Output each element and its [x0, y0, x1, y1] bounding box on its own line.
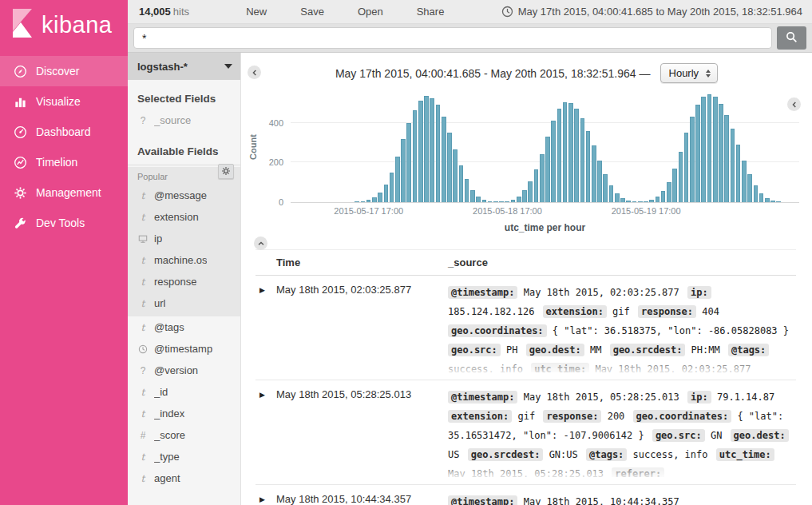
histogram-bar[interactable] [573, 91, 579, 202]
search-input[interactable] [133, 27, 772, 49]
search-button[interactable] [777, 26, 806, 50]
field-item-ip[interactable]: ip [128, 228, 240, 249]
histogram-bar[interactable] [545, 91, 550, 202]
histogram-bar[interactable] [446, 91, 452, 202]
menu-item-save[interactable]: Save [300, 6, 324, 18]
field-item-extension[interactable]: textension [128, 206, 240, 228]
histogram-bar[interactable] [521, 91, 527, 202]
field-item--type[interactable]: t_type [128, 446, 240, 467]
histogram-bar[interactable] [441, 91, 446, 202]
histogram-bar[interactable] [620, 91, 625, 202]
histogram-bar[interactable] [660, 91, 666, 202]
menu-item-new[interactable]: New [246, 6, 267, 18]
histogram-bar[interactable] [666, 91, 671, 202]
field-item--index[interactable]: t_index [128, 403, 240, 424]
histogram-bar[interactable] [430, 91, 435, 202]
histogram-bar[interactable] [378, 91, 383, 202]
histogram-bar[interactable] [718, 91, 723, 202]
field-item--score[interactable]: #_score [128, 424, 240, 446]
histogram-bar[interactable] [481, 91, 487, 202]
histogram-bar[interactable] [701, 91, 707, 202]
histogram-bar[interactable] [476, 91, 481, 202]
time-column-header[interactable]: Time [276, 256, 448, 268]
nav-item-timelion[interactable]: Timelion [0, 147, 128, 177]
field-item--tags[interactable]: t@tags [128, 316, 240, 338]
expand-caret[interactable]: ▶ [255, 492, 276, 503]
histogram-bar[interactable] [591, 91, 596, 202]
histogram-bar[interactable] [366, 91, 371, 202]
histogram-bar[interactable] [505, 91, 510, 202]
time-picker[interactable]: May 17th 2015, 04:00:41.685 to May 20th … [501, 6, 802, 18]
nav-item-dashboard[interactable]: Dashboard [0, 117, 128, 147]
histogram-bar[interactable] [649, 91, 655, 202]
nav-item-visualize[interactable]: Visualize [0, 86, 128, 117]
histogram-bar[interactable] [603, 91, 608, 202]
field-item--source[interactable]: ?_source [128, 109, 240, 131]
histogram-bar[interactable] [371, 91, 377, 202]
histogram-bar[interactable] [759, 91, 764, 202]
nav-item-discover[interactable]: Discover [0, 56, 128, 86]
histogram-bar[interactable] [671, 91, 677, 202]
field-item-machine-os[interactable]: tmachine.os [128, 249, 240, 271]
field-item-response[interactable]: tresponse [128, 271, 240, 292]
histogram-bar[interactable] [551, 91, 557, 202]
expand-caret[interactable]: ▶ [255, 283, 276, 294]
histogram-bar[interactable] [412, 91, 418, 202]
index-pattern-selector[interactable]: logstash-* [128, 53, 240, 80]
histogram-bar[interactable] [643, 91, 648, 202]
histogram-bar[interactable] [747, 91, 753, 202]
histogram-bar[interactable] [487, 91, 493, 202]
histogram-bar[interactable] [394, 91, 400, 202]
histogram-bar[interactable] [614, 91, 620, 202]
histogram-bar[interactable] [469, 91, 475, 202]
kibana-logo[interactable]: kibana [0, 0, 128, 50]
menu-item-share[interactable]: Share [417, 6, 445, 18]
field-item-agent[interactable]: tagent [128, 467, 240, 489]
histogram-bar[interactable] [423, 91, 429, 202]
field-item-url[interactable]: turl [128, 292, 240, 314]
histogram-bar[interactable] [655, 91, 660, 202]
histogram-bar[interactable] [435, 91, 441, 202]
histogram-bar[interactable] [406, 91, 412, 202]
histogram-bar[interactable] [383, 91, 389, 202]
histogram-bar[interactable] [770, 91, 775, 202]
menu-item-open[interactable]: Open [358, 6, 383, 18]
histogram-bar[interactable] [707, 91, 712, 202]
nav-item-dev-tools[interactable]: Dev Tools [0, 208, 128, 238]
histogram-bar[interactable] [580, 91, 585, 202]
histogram-bar[interactable] [764, 91, 770, 202]
field-item--version[interactable]: ?@version [128, 360, 240, 381]
histogram-bar[interactable] [498, 91, 504, 202]
histogram-bar[interactable] [562, 91, 568, 202]
histogram-bar[interactable] [418, 91, 423, 202]
histogram-bar[interactable] [516, 91, 521, 202]
expand-caret[interactable]: ▶ [255, 388, 276, 399]
histogram-bar[interactable] [360, 91, 366, 202]
nav-item-management[interactable]: Management [0, 177, 128, 208]
histogram-bar[interactable] [695, 91, 700, 202]
histogram-bar[interactable] [678, 91, 683, 202]
histogram-bar[interactable] [626, 91, 632, 202]
histogram-bar[interactable] [596, 91, 602, 202]
histogram-bar[interactable] [712, 91, 718, 202]
histogram-bar[interactable] [585, 91, 591, 202]
histogram-bar[interactable] [741, 91, 747, 202]
histogram-bar[interactable] [753, 91, 759, 202]
histogram-bar[interactable] [453, 91, 458, 202]
histogram-bar[interactable] [637, 91, 643, 202]
histogram-bar[interactable] [724, 91, 730, 202]
histogram-bar[interactable] [683, 91, 689, 202]
histogram-bar[interactable] [568, 91, 573, 202]
histogram-bar[interactable] [493, 91, 498, 202]
histogram-bar[interactable] [608, 91, 614, 202]
histogram-bar[interactable] [539, 91, 545, 202]
field-item--timestamp[interactable]: @timestamp [128, 338, 240, 360]
histogram-bar[interactable] [689, 91, 695, 202]
histogram-bar[interactable] [464, 91, 469, 202]
histogram-bar[interactable] [528, 91, 533, 202]
interval-select[interactable]: Hourly [660, 63, 719, 83]
collapse-histogram-button[interactable] [254, 237, 267, 250]
collapse-left-button[interactable] [248, 66, 261, 79]
histogram-bar[interactable] [355, 91, 360, 202]
field-item--id[interactable]: t_id [128, 381, 240, 403]
